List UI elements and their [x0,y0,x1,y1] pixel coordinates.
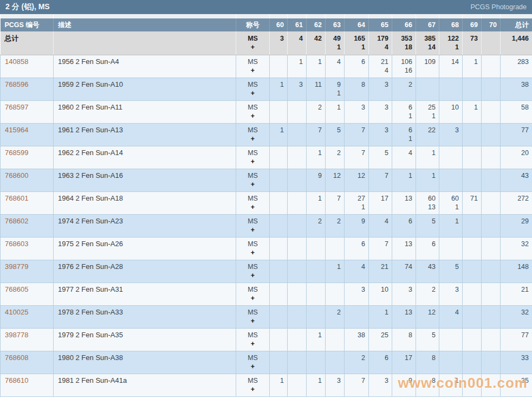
row-designation: MS+ [236,237,270,260]
designation-plus: + [239,294,266,303]
spacer-band [1,14,532,18]
spacer-cell [307,14,326,18]
designation-ms: MS [239,262,266,271]
designation-plus: + [239,66,266,75]
pcgs-number-link[interactable]: 410025 [1,305,54,328]
grade-count-cell: 3 [369,100,392,123]
row-total: 77 [501,328,532,351]
table-row: 7685991962 2 Fen Sun-A14MS+12754120 [1,146,532,169]
coin-description: 1959 2 Fen Sun-A10 [54,78,236,100]
grade-count-cell [482,260,501,283]
pcgs-number-link[interactable]: 768599 [1,146,54,169]
grade-count-cell: 1 [307,191,326,214]
table-row: 3987791976 2 Fen Sun-A28MS+142174435148 [1,260,532,283]
pcgs-number-link[interactable]: 768605 [1,283,54,305]
pcgs-number-link[interactable]: 768602 [1,214,54,237]
grade-count-cell [326,237,345,260]
pcgs-number-link[interactable]: 140858 [1,55,54,78]
grade-count-cell: 8 [416,351,439,374]
coin-description: 1962 2 Fen Sun-A14 [54,146,236,169]
designation-plus: + [239,180,266,189]
grade-count-cell [270,328,288,351]
grade-count-cell: 7 [345,146,369,169]
row-total: 32 [501,237,532,260]
designation-ms: MS [239,354,266,362]
grade-count-cell [482,351,501,374]
designation-ms: MS [239,194,266,203]
grade-count-cell [307,237,326,260]
grade-count-cell: 7 [369,237,392,260]
grade-count-cell: 1 [270,78,288,100]
grade-count-cell: 27 1 [345,191,369,214]
grade-count-cell: 1 [369,305,392,328]
pcgs-number-link[interactable]: 768600 [1,169,54,191]
grade-count-cell: 60 1 [439,191,463,214]
grade-count-cell [270,214,288,237]
designation-plus: + [239,43,266,52]
totals-grade-cell: 179 4 [369,31,392,55]
grade-count-cell [439,351,463,374]
coin-description: 1960 2 Fen Sun-A11 [54,100,236,123]
pcgs-number-link[interactable]: 768597 [1,100,54,123]
grade-count-cell: 1 [439,374,463,396]
grade-count-cell: 13 [392,237,416,260]
grade-count-cell [288,123,307,146]
photograde-link[interactable]: PCGS Photograde [470,3,527,11]
pcgs-number-link[interactable]: 768608 [1,351,54,374]
grade-count-cell [482,214,501,237]
grade-count-cell: 22 [416,123,439,146]
grade-count-cell: 17 [369,191,392,214]
grade-count-cell [439,328,463,351]
col-header-62: 62 [307,18,326,31]
grade-count-cell [463,78,482,100]
grade-count-cell [482,169,501,191]
row-designation: MS+ [236,169,270,191]
pcgs-number-link[interactable]: 398778 [1,328,54,351]
row-total: 38 [501,78,532,100]
coin-description: 1963 2 Fen Sun-A16 [54,169,236,191]
coin-description: 1956 2 Fen Sun-A4 [54,55,236,78]
grade-count-cell: 5 [369,146,392,169]
grade-count-cell: 9 [392,374,416,396]
designation-plus: + [239,385,266,394]
table-row: 7686051977 2 Fen Sun-A31MS+31032321 [1,283,532,305]
grade-count-cell [270,305,288,328]
grade-count-cell: 8 [345,78,369,100]
grade-count-cell [439,78,463,100]
grade-count-cell: 1 [326,100,345,123]
designation-ms: MS [239,308,266,317]
grade-count-cell: 2 [326,146,345,169]
totals-row: 总计MS+344249 1165 1179 4353 18385 14122 1… [1,31,532,55]
table-row: 4100251978 2 Fen Sun-A33MS+211312432 [1,305,532,328]
grade-count-cell [439,237,463,260]
table-row: 7685971960 2 Fen Sun-A11MS+21336 125 110… [1,100,532,123]
coin-description: 1964 2 Fen Sun-A18 [54,191,236,214]
grade-count-cell: 2 [416,283,439,305]
grade-count-cell [270,100,288,123]
row-total: 43 [501,169,532,191]
totals-grand-total: 1,446 [501,31,532,55]
grade-count-cell [482,100,501,123]
pcgs-number-link[interactable]: 398779 [1,260,54,283]
row-designation: MS+ [236,146,270,169]
pcgs-number-link[interactable]: 415964 [1,123,54,146]
col-header-70: 70 [482,18,501,31]
designation-ms: MS [239,80,266,89]
grade-count-cell [482,374,501,396]
page-title: 2 分 (铝), MS [5,2,50,12]
col-header-总计: 总计 [501,18,532,31]
pcgs-number-link[interactable]: 768603 [1,237,54,260]
pcgs-number-link[interactable]: 768610 [1,374,54,396]
grade-count-cell [288,191,307,214]
grade-count-cell: 2 [307,100,326,123]
grade-count-cell [307,283,326,305]
coin-description: 1974 2 Fen Sun-A23 [54,214,236,237]
grade-count-cell: 1 [416,169,439,191]
pcgs-number-link[interactable]: 768596 [1,78,54,100]
grade-count-cell: 7 [345,123,369,146]
grade-count-cell: 4 [439,305,463,328]
grade-count-cell [270,191,288,214]
grade-count-cell [270,351,288,374]
pcgs-number-link[interactable]: 768601 [1,191,54,214]
grade-count-cell: 4 [326,55,345,78]
